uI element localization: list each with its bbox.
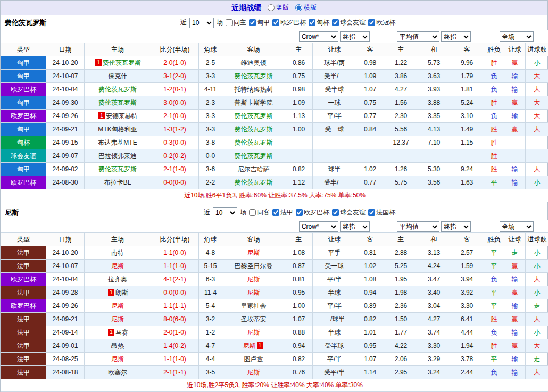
scope-select[interactable]: 全场: [500, 221, 534, 232]
league-cell: 匈甲: [1, 123, 46, 136]
horizontal-layout-radio[interactable]: [295, 4, 302, 11]
league-checkbox[interactable]: [296, 209, 303, 216]
home-team-cell: 昂热: [85, 339, 151, 353]
vertical-layout-label: 竖版: [276, 3, 289, 12]
away-team-cell: 维迪奥顿: [222, 56, 285, 70]
handicap-result-cell: 赢: [504, 339, 526, 353]
league-filter[interactable]: 匈甲: [249, 18, 270, 27]
column-header-handicap: 让球: [313, 43, 356, 56]
match-count-select[interactable]: 10: [189, 18, 214, 28]
score-cell: 1-1(1-0): [151, 353, 199, 366]
handicap-cell: 平/半: [313, 353, 356, 366]
average-select[interactable]: 平均值: [397, 221, 439, 232]
avg-draw-odds-cell: 3.40: [418, 286, 450, 299]
avg-home-odds-cell: 1.77: [384, 326, 418, 339]
league-checkbox[interactable]: [332, 19, 339, 26]
home-team-cell: 费伦茨瓦罗斯: [85, 83, 151, 96]
vertical-layout-radio[interactable]: [268, 4, 275, 11]
handicap-cell: 平/半: [313, 110, 356, 123]
avg-home-odds-cell: 4.22: [384, 339, 418, 353]
match-row: 欧罗巴杯24-10-04拉齐奥4-1(2-1)6-3尼斯0.81平/半1.081…: [1, 273, 548, 286]
avg-away-odds-cell: 1.63: [450, 176, 484, 189]
league-filter[interactable]: 匈杯: [309, 18, 329, 27]
rank-badge: 1: [108, 329, 114, 336]
handicap-result-cell: 输: [504, 176, 526, 189]
league-checkbox[interactable]: [272, 19, 279, 26]
same-venue-checkbox[interactable]: [226, 19, 233, 26]
result-cell: 胜: [484, 163, 504, 176]
avg-draw-odds-cell: 3.74: [418, 326, 450, 339]
same-venue-filter[interactable]: 同主: [226, 18, 246, 27]
away-odds-cell: 1.08: [356, 273, 384, 286]
layout-radio-horizontal[interactable]: 横版: [295, 3, 317, 12]
goals-result-cell: 大: [526, 313, 548, 326]
avg-away-odds-cell: 1.15: [450, 136, 484, 149]
league-checkbox[interactable]: [249, 19, 256, 26]
home-team-cell: 巴拉顿弗莱迪: [85, 149, 151, 163]
avg-away-odds-cell: 3.94: [450, 273, 484, 286]
handicap-result-cell: 走: [504, 246, 526, 260]
column-header-avg-home: 主: [384, 233, 418, 246]
avg-home-odds-cell: 2.06: [384, 353, 418, 366]
home-team-name: 费伦茨瓦罗斯: [98, 165, 137, 173]
column-header-row: 类型日期主场比分(半场)角球客场主让球客主和客胜负让球进球数: [1, 233, 548, 246]
home-team-cell: 尼斯: [85, 353, 151, 366]
avg-stage-select[interactable]: 终指: [441, 31, 471, 42]
corners-cell: 0-0: [199, 149, 222, 163]
scope-select[interactable]: 全场: [500, 31, 534, 42]
match-count-select[interactable]: 10: [213, 207, 237, 218]
date-cell: 24-09-21: [46, 313, 85, 326]
column-header-away: 客场: [222, 43, 285, 56]
goals-result-cell: 走: [526, 299, 548, 313]
away-team-cell: 托特纳姆热刺: [222, 83, 285, 96]
away-team-name: 尼斯: [243, 342, 256, 349]
result-cell: 负: [484, 83, 504, 96]
date-cell: 24-10-20: [46, 246, 85, 260]
league-checkbox[interactable]: [332, 209, 339, 216]
home-odds-cell: 0.75: [285, 70, 313, 83]
home-odds-cell: 0.98: [285, 83, 313, 96]
league-filter[interactable]: 法国杯: [368, 208, 395, 217]
handicap-result-cell: 输: [504, 110, 526, 123]
same-venue-checkbox[interactable]: [249, 209, 256, 216]
same-venue-filter[interactable]: 同客: [249, 208, 270, 217]
handicap-result-cell: 输: [504, 163, 526, 176]
handicap-cell: [313, 149, 356, 163]
match-row: 匈杯24-09-15布达弗基MTE0-3(0-0)3-8费伦茨瓦罗斯12.377…: [1, 136, 548, 149]
league-checkbox[interactable]: [368, 19, 375, 26]
home-team-name: 欧塞尔: [108, 369, 127, 376]
away-team-name: 尼斯: [247, 329, 260, 336]
league-filter[interactable]: 法甲: [272, 208, 293, 217]
handicap-result-cell: 输: [504, 299, 526, 313]
league-filter[interactable]: 球会友谊: [332, 208, 366, 217]
corners-cell: 4-11: [199, 83, 222, 96]
average-select[interactable]: 平均值: [397, 31, 439, 42]
league-filter[interactable]: 欧罗巴杯: [296, 208, 329, 217]
goals-result-cell: 大: [526, 70, 548, 83]
handicap-cell: 平/半: [313, 273, 356, 286]
result-cell: 平: [484, 260, 504, 273]
home-team-name: 巴拉顿弗莱迪: [98, 152, 137, 160]
bookmaker-select[interactable]: Crow*: [299, 221, 338, 232]
goals-result-cell: 大: [526, 110, 548, 123]
home-team-name: 费伦茨瓦罗斯: [98, 86, 137, 93]
avg-stage-select[interactable]: 终指: [441, 221, 471, 232]
odds-stage-select[interactable]: 终指: [340, 221, 370, 232]
bookmaker-select[interactable]: Crow*: [299, 31, 338, 42]
avg-draw-odds-cell: 7.10: [418, 136, 450, 149]
layout-radio-vertical[interactable]: 竖版: [268, 3, 289, 12]
away-team-cell: 费伦茨瓦罗斯: [222, 70, 285, 83]
league-filter[interactable]: 欧冠杯: [368, 18, 395, 27]
avg-home-odds-cell: 1.56: [384, 96, 418, 110]
home-team-name: 布达弗基MTE: [98, 139, 137, 146]
league-filter[interactable]: 球会友谊: [332, 18, 366, 27]
score-cell: 1-2(0-1): [151, 83, 199, 96]
away-odds-cell: 1.07: [356, 83, 384, 96]
league-checkbox[interactable]: [272, 209, 279, 216]
date-cell: 24-09-30: [46, 96, 85, 110]
avg-draw-odds-cell: 3.63: [418, 70, 450, 83]
league-checkbox[interactable]: [309, 19, 315, 26]
odds-stage-select[interactable]: 终指: [340, 31, 370, 42]
league-filter[interactable]: 欧罗巴杯: [272, 18, 306, 27]
league-checkbox[interactable]: [368, 209, 375, 216]
